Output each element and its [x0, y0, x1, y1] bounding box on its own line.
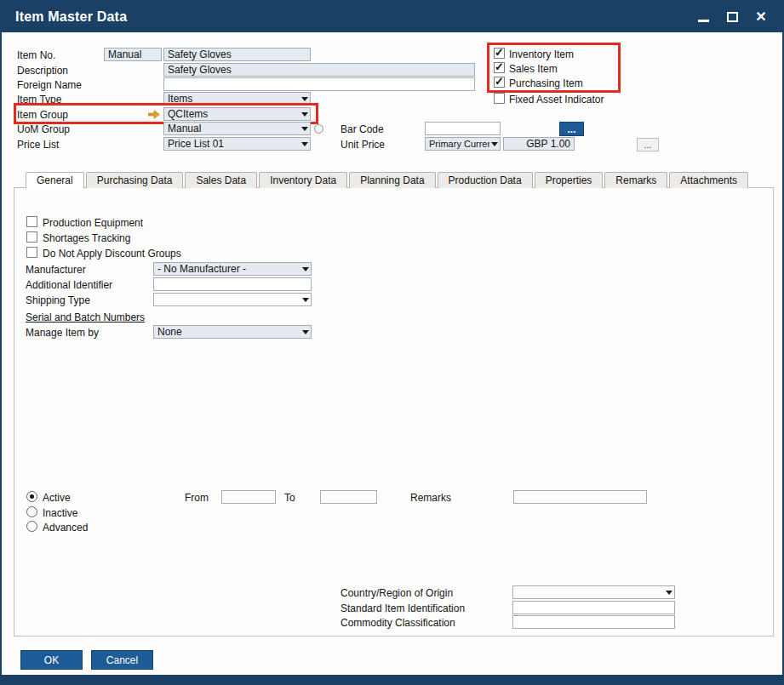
- chevron-down-icon[interactable]: [300, 138, 310, 150]
- manufacturer-label: Manufacturer: [26, 264, 86, 276]
- from-label: From: [185, 492, 209, 504]
- price-list-label: Price List: [17, 139, 59, 151]
- shortages-tracking-label: Shortages Tracking: [43, 232, 130, 244]
- remarks-input[interactable]: [513, 490, 647, 504]
- chevron-down-icon[interactable]: [300, 326, 311, 338]
- active-radio[interactable]: [26, 491, 37, 502]
- manufacturer-value: - No Manufacturer -: [157, 263, 300, 275]
- shortages-tracking-checkbox[interactable]: [26, 231, 37, 243]
- bar-code-browse-button[interactable]: ...: [559, 122, 584, 136]
- tab-sales-data[interactable]: Sales Data: [185, 172, 257, 188]
- chevron-down-icon[interactable]: [300, 93, 310, 105]
- manage-item-by-label: Manage Item by: [26, 327, 99, 339]
- standard-item-identification-label: Standard Item Identification: [340, 602, 465, 614]
- item-no-input[interactable]: Safety Gloves: [163, 48, 311, 61]
- sales-item-checkbox[interactable]: [494, 62, 505, 73]
- additional-identifier-input[interactable]: [153, 277, 312, 291]
- tab-attachments[interactable]: Attachments: [669, 172, 748, 188]
- active-label: Active: [43, 492, 71, 504]
- commodity-classification-label: Commodity Classification: [340, 617, 455, 629]
- advanced-radio[interactable]: [26, 521, 37, 532]
- uom-group-label: UoM Group: [17, 123, 70, 135]
- tab-inventory-data[interactable]: Inventory Data: [259, 172, 347, 188]
- production-equipment-label: Production Equipment: [43, 217, 143, 229]
- item-type-dropdown[interactable]: Items: [163, 92, 311, 106]
- tab-remarks[interactable]: Remarks: [604, 172, 667, 188]
- shipping-type-label: Shipping Type: [26, 294, 90, 306]
- cancel-button[interactable]: Cancel: [91, 650, 153, 670]
- unit-price-currency-value: Primary Curren: [429, 138, 489, 150]
- manage-item-by-dropdown[interactable]: None: [153, 325, 312, 339]
- chevron-down-icon[interactable]: [664, 586, 674, 598]
- titlebar: Item Master Data ✕: [2, 2, 782, 32]
- bar-code-label: Bar Code: [340, 123, 384, 135]
- chevron-down-icon[interactable]: [300, 294, 311, 305]
- foreign-name-label: Foreign Name: [17, 79, 82, 91]
- tab-purchasing-data[interactable]: Purchasing Data: [86, 172, 184, 188]
- window-bottom-bar: [2, 675, 782, 683]
- discount-groups-checkbox[interactable]: [26, 247, 37, 258]
- item-type-value: Items: [168, 93, 300, 105]
- fixed-asset-indicator-label: Fixed Asset Indicator: [509, 94, 604, 106]
- tab-general[interactable]: General: [26, 172, 84, 189]
- inactive-label: Inactive: [43, 507, 77, 519]
- chevron-down-icon[interactable]: [300, 123, 310, 134]
- description-label: Description: [17, 65, 68, 77]
- maximize-icon[interactable]: [724, 9, 740, 25]
- window-controls: ✕: [695, 9, 769, 25]
- unit-price-input[interactable]: GBP 1.00: [503, 137, 575, 151]
- price-list-dropdown[interactable]: Price List 01: [163, 137, 311, 151]
- description-input[interactable]: Safety Gloves: [163, 63, 475, 77]
- item-group-dropdown[interactable]: QCItems: [163, 107, 311, 121]
- manage-item-by-value: None: [157, 326, 300, 338]
- window-title: Item Master Data: [15, 9, 127, 25]
- chevron-down-icon[interactable]: [489, 138, 500, 150]
- link-arrow-icon[interactable]: [148, 110, 160, 120]
- item-group-value: QCItems: [168, 108, 300, 120]
- to-input[interactable]: [320, 490, 377, 504]
- sales-item-label: Sales Item: [509, 63, 558, 75]
- tab-bar: General Purchasing Data Sales Data Inven…: [14, 171, 750, 188]
- inventory-item-checkbox[interactable]: [494, 48, 505, 59]
- uom-group-dropdown[interactable]: Manual: [163, 122, 311, 135]
- serial-batch-heading: Serial and Batch Numbers: [26, 311, 145, 323]
- bar-code-input[interactable]: [425, 122, 501, 135]
- remarks-label: Remarks: [410, 492, 451, 504]
- item-type-label: Item Type: [17, 94, 61, 106]
- foreign-name-input[interactable]: [163, 77, 475, 91]
- tab-planning-data[interactable]: Planning Data: [349, 172, 435, 188]
- standard-item-identification-input[interactable]: [512, 601, 675, 614]
- item-no-mode-field[interactable]: Manual: [104, 48, 162, 61]
- item-no-label: Item No.: [17, 49, 55, 61]
- fixed-asset-indicator-checkbox[interactable]: [494, 93, 505, 104]
- commodity-classification-input[interactable]: [512, 615, 675, 629]
- tab-production-data[interactable]: Production Data: [438, 172, 533, 188]
- manufacturer-dropdown[interactable]: - No Manufacturer -: [153, 262, 312, 276]
- minimize-icon[interactable]: [695, 9, 711, 25]
- to-label: To: [284, 492, 295, 504]
- production-equipment-checkbox[interactable]: [26, 216, 37, 227]
- country-of-origin-dropdown[interactable]: [512, 585, 675, 599]
- purchasing-item-label: Purchasing Item: [509, 77, 583, 89]
- close-icon[interactable]: ✕: [753, 9, 769, 25]
- inventory-item-label: Inventory Item: [509, 49, 574, 60]
- purchasing-item-checkbox[interactable]: [494, 77, 505, 88]
- unit-price-more-button[interactable]: ...: [637, 138, 659, 151]
- price-list-value: Price List 01: [168, 138, 300, 150]
- chevron-down-icon[interactable]: [300, 108, 310, 120]
- from-input[interactable]: [221, 490, 276, 504]
- tab-properties[interactable]: Properties: [535, 172, 604, 188]
- advanced-label: Advanced: [43, 522, 88, 534]
- uom-group-value: Manual: [168, 123, 300, 134]
- additional-identifier-label: Additional Identifier: [26, 279, 112, 291]
- inactive-radio[interactable]: [26, 506, 37, 517]
- shipping-type-dropdown[interactable]: [153, 293, 312, 306]
- item-master-data-window: Item Master Data ✕ Item No. Manual Safet…: [0, 0, 784, 685]
- discount-groups-label: Do Not Apply Discount Groups: [43, 248, 181, 260]
- chevron-down-icon[interactable]: [300, 263, 311, 275]
- item-group-label: Item Group: [17, 109, 68, 121]
- uom-group-info-icon[interactable]: [314, 124, 323, 134]
- unit-price-currency-dropdown[interactable]: Primary Curren: [425, 137, 501, 151]
- ok-button[interactable]: OK: [20, 650, 83, 670]
- unit-price-label: Unit Price: [340, 139, 385, 151]
